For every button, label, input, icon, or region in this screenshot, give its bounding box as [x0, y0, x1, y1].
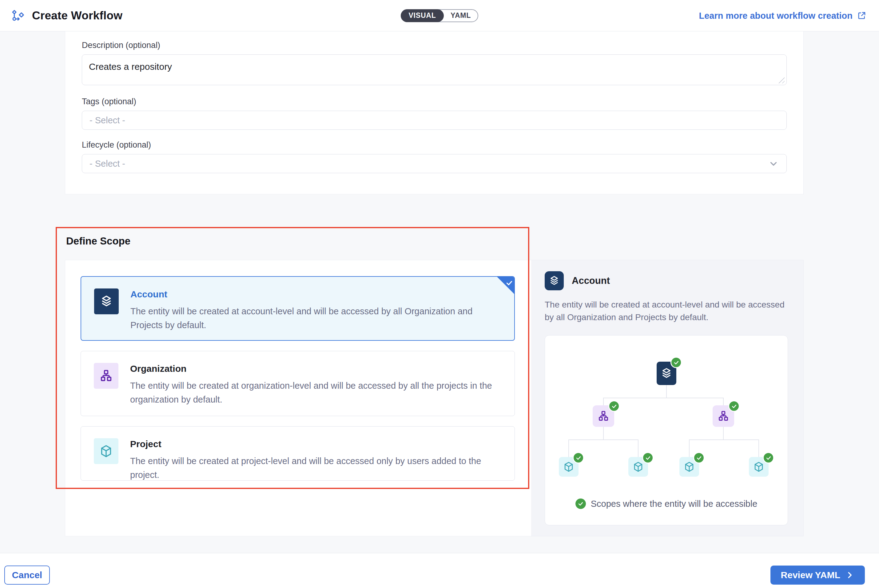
tags-select[interactable]	[82, 111, 787, 130]
tree-legend-label: Scopes where the entity will be accessib…	[591, 499, 758, 509]
external-link-icon	[857, 11, 867, 21]
tree-organization-node	[712, 405, 734, 427]
project-tile	[94, 438, 118, 464]
toggle-visual[interactable]: VISUAL	[401, 9, 444, 22]
cube-icon	[99, 444, 113, 458]
lifecycle-select[interactable]	[82, 154, 787, 173]
lifecycle-select-wrap	[82, 154, 787, 173]
check-badge-icon	[642, 452, 654, 464]
tree-project-node	[628, 457, 648, 477]
scope-option-account[interactable]: Account The entity will be created at ac…	[81, 276, 515, 341]
preview-description: The entity will be created at account-le…	[544, 298, 790, 324]
org-chart-icon	[717, 410, 729, 422]
scope-preview-panel: Account The entity will be created at ac…	[531, 260, 803, 536]
workflow-details-form: Description (optional) Creates a reposit…	[65, 32, 804, 194]
tree-connector	[689, 440, 759, 440]
tree-connector	[723, 398, 724, 405]
workflow-icon	[11, 9, 25, 23]
tree-connector	[603, 398, 724, 398]
check-badge-icon	[670, 357, 682, 368]
check-badge-icon	[573, 452, 584, 464]
check-badge-icon	[728, 400, 740, 412]
tree-legend: Scopes where the entity will be accessib…	[545, 498, 788, 509]
scope-options-list: Account The entity will be created at ac…	[65, 260, 531, 536]
learn-more-label: Learn more about workflow creation	[699, 10, 852, 21]
create-workflow-page: Create Workflow VISUAL YAML Learn more a…	[0, 0, 879, 588]
cube-icon	[753, 461, 765, 472]
learn-more-link[interactable]: Learn more about workflow creation	[699, 10, 867, 21]
org-chart-icon	[99, 369, 113, 383]
header: Create Workflow VISUAL YAML Learn more a…	[0, 0, 879, 32]
scope-option-project[interactable]: Project The entity will be created at pr…	[81, 426, 515, 481]
scope-option-organization[interactable]: Organization The entity will be created …	[81, 351, 515, 416]
layers-icon	[548, 275, 560, 286]
tree-project-node	[559, 457, 579, 477]
account-option-description: The entity will be created at account-le…	[130, 304, 501, 332]
tree-connector	[666, 385, 667, 398]
tree-connector	[568, 440, 639, 440]
preview-header: Account	[544, 271, 790, 290]
tree-connector	[568, 440, 569, 457]
cube-icon	[683, 461, 695, 472]
organization-tile	[94, 363, 118, 389]
toggle-yaml[interactable]: YAML	[444, 9, 478, 22]
tree-connector	[723, 427, 724, 440]
description-textarea[interactable]: Creates a repository	[82, 54, 787, 85]
layers-icon	[660, 367, 673, 380]
project-option-body: Project The entity will be created at pr…	[130, 438, 502, 469]
chevron-right-icon	[845, 570, 854, 580]
lifecycle-label: Lifecycle (optional)	[82, 140, 787, 150]
scope-tree-card: Scopes where the entity will be accessib…	[544, 335, 788, 525]
cancel-button[interactable]: Cancel	[4, 566, 50, 585]
check-badge-icon	[693, 452, 705, 464]
cube-icon	[563, 461, 574, 472]
project-option-title: Project	[130, 439, 502, 449]
account-option-body: Account The entity will be created at ac…	[130, 288, 501, 328]
tree-connector	[603, 398, 604, 405]
tree-connector	[603, 427, 604, 440]
organization-option-body: Organization The entity will be created …	[130, 363, 502, 404]
tree-connector	[758, 440, 759, 457]
selected-corner-badge	[497, 276, 514, 294]
tree-account-node	[657, 362, 676, 385]
header-title-group: Create Workflow	[0, 9, 122, 23]
define-scope-card: Account The entity will be created at ac…	[65, 260, 804, 536]
account-tile	[94, 288, 119, 314]
check-badge-icon	[608, 400, 620, 412]
preview-title: Account	[572, 275, 610, 286]
define-scope-heading: Define Scope	[66, 235, 130, 247]
tree-connector	[689, 440, 690, 457]
organization-option-title: Organization	[130, 363, 502, 374]
check-badge-icon	[576, 498, 586, 509]
account-preview-tile	[544, 271, 564, 290]
layers-icon	[99, 294, 114, 309]
tree-project-node	[680, 457, 699, 477]
org-chart-icon	[597, 410, 610, 422]
review-yaml-button[interactable]: Review YAML	[770, 566, 865, 585]
review-yaml-label: Review YAML	[781, 570, 840, 580]
organization-option-description: The entity will be created at organizati…	[130, 379, 502, 406]
tree-project-node	[749, 457, 769, 477]
tree-organization-node	[592, 405, 614, 427]
page-title: Create Workflow	[32, 9, 122, 22]
scope-tree-diagram: Scopes where the entity will be accessib…	[545, 336, 788, 525]
visual-yaml-toggle: VISUAL YAML	[401, 9, 478, 22]
account-option-title: Account	[130, 289, 501, 300]
footer: Cancel Review YAML	[0, 553, 879, 588]
description-field-wrap: Creates a repository	[82, 54, 787, 86]
check-badge-icon	[763, 452, 774, 464]
check-icon	[506, 279, 513, 287]
description-label: Description (optional)	[82, 40, 787, 50]
project-option-description: The entity will be created at project-le…	[130, 454, 502, 481]
tags-label: Tags (optional)	[82, 97, 787, 106]
tree-connector	[638, 440, 639, 457]
cube-icon	[632, 461, 644, 472]
